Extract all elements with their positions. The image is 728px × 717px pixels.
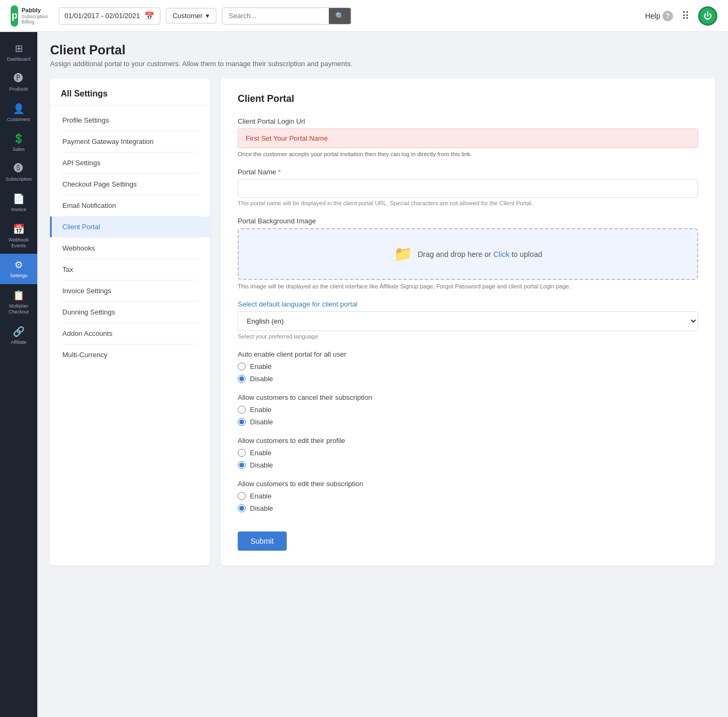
edit-subscription-group: Allow customers to edit their subscripti… (238, 480, 698, 512)
sidebar-item-sales[interactable]: 💲 Sales (0, 127, 37, 158)
help-circle-icon: ? (662, 11, 673, 21)
cancel-sub-enable-option[interactable]: Enable (238, 406, 698, 414)
nav-item-invoice-settings[interactable]: Invoice Settings (50, 280, 210, 301)
auto-disable-radio[interactable] (238, 375, 246, 383)
portal-name-hint: This portal name will be displayed in th… (238, 200, 698, 206)
grid-icon[interactable]: ⠿ (682, 10, 690, 22)
auto-enable-radio[interactable] (238, 362, 246, 370)
portal-name-label: Portal Name (238, 168, 698, 176)
nav-item-multi-currency[interactable]: Multi-Currency (50, 344, 210, 365)
customer-dropdown[interactable]: Customer ▾ (166, 8, 216, 23)
language-label: Select default language for client porta… (238, 300, 698, 308)
content-area: All Settings Profile Settings Payment Ga… (50, 78, 715, 566)
sidebar-label-sales: Sales (13, 147, 25, 152)
cancel-sub-disable-option[interactable]: Disable (238, 418, 698, 426)
sidebar-label-subscription: Subscription (5, 176, 32, 182)
power-button[interactable]: ⏻ (698, 6, 717, 26)
subscription-icon: 🅢 (14, 163, 23, 174)
submit-button[interactable]: Submit (238, 531, 287, 551)
calendar-icon: 📅 (144, 11, 155, 21)
edit-sub-enable-radio[interactable] (238, 492, 246, 500)
page-subtitle: Assign additional portal to your custome… (50, 60, 715, 68)
portal-name-input[interactable] (238, 179, 698, 198)
sidebar-label-affiliate: Affiliate (11, 340, 26, 345)
search-input[interactable] (222, 9, 329, 23)
logo-icon: p (11, 5, 18, 27)
sidebar-item-settings[interactable]: ⚙ Settings (0, 254, 37, 284)
language-group: Select default language for client porta… (238, 300, 698, 340)
auto-enable-radio-group: Enable Disable (238, 362, 698, 383)
edit-sub-disable-option[interactable]: Disable (238, 504, 698, 512)
edit-sub-enable-option[interactable]: Enable (238, 492, 698, 500)
dashboard-icon: ⊞ (15, 43, 23, 54)
sidebar-label-products: Products (9, 86, 28, 92)
all-settings-title: All Settings (50, 89, 210, 106)
cancel-sub-enable-radio[interactable] (238, 406, 246, 414)
edit-profile-label: Allow customers to edit their profile (238, 437, 698, 445)
edit-sub-enable-label: Enable (250, 492, 271, 500)
upload-click-link[interactable]: Click (493, 250, 509, 259)
cancel-subscription-group: Allow customers to cancel their subscrip… (238, 393, 698, 426)
portal-name-group: Portal Name This portal name will be dis… (238, 168, 698, 206)
sidebar-label-dashboard: Dashboard (7, 57, 30, 62)
nav-item-webhooks[interactable]: Webhooks (50, 238, 210, 259)
page-header: Client Portal Assign additional portal t… (50, 43, 715, 68)
sidebar-label-multiplan: Multiplan Checkout (3, 303, 35, 315)
edit-profile-disable-option[interactable]: Disable (238, 461, 698, 469)
right-panel: Client Portal Client Portal Login Url Fi… (221, 78, 715, 566)
login-url-label: Client Portal Login Url (238, 117, 698, 125)
search-button[interactable]: 🔍 (329, 8, 351, 24)
edit-profile-enable-label: Enable (250, 449, 271, 457)
sales-icon: 💲 (13, 133, 25, 144)
cancel-subscription-radio-group: Enable Disable (238, 406, 698, 426)
edit-profile-disable-radio[interactable] (238, 461, 246, 469)
affiliate-icon: 🔗 (13, 326, 25, 337)
nav-item-client-portal[interactable]: Client Portal (50, 216, 210, 237)
nav-item-email-notification[interactable]: Email Notification (50, 195, 210, 216)
nav-item-tax[interactable]: Tax (50, 259, 210, 280)
language-select[interactable]: English (en) French (fr) German (de) Spa… (238, 311, 698, 331)
header: p Pabbly Subscription Billing 01/01/2017… (0, 0, 728, 32)
upload-text: Drag and drop here or Click to upload (418, 250, 543, 259)
login-url-group: Client Portal Login Url First Set Your P… (238, 117, 698, 157)
nav-item-payment-gateway[interactable]: Payment Gateway Integration (50, 131, 210, 152)
customers-icon: 👤 (13, 103, 25, 115)
nav-item-addon-accounts[interactable]: Addon Accounts (50, 323, 210, 344)
upload-area[interactable]: 📁 Drag and drop here or Click to upload (238, 228, 698, 280)
portal-url-hint-text: Once the customer accepts your portal in… (238, 151, 472, 157)
main-content: Client Portal Assign additional portal t… (37, 32, 728, 717)
nav-item-dunning-settings[interactable]: Dunning Settings (50, 302, 210, 323)
auto-enable-enable-label: Enable (250, 362, 271, 370)
date-picker[interactable]: 01/01/2017 - 02/01/2021 📅 (59, 7, 160, 25)
auto-enable-disable-option[interactable]: Disable (238, 375, 698, 383)
sidebar-item-dashboard[interactable]: ⊞ Dashboard (0, 37, 37, 68)
edit-profile-enable-option[interactable]: Enable (238, 449, 698, 457)
sidebar-item-subscription[interactable]: 🅢 Subscription (0, 158, 37, 188)
help-button[interactable]: Help ? (645, 11, 673, 21)
cancel-sub-disable-radio[interactable] (238, 418, 246, 426)
nav-item-profile-settings[interactable]: Profile Settings (50, 110, 210, 131)
sidebar-label-settings: Settings (10, 273, 28, 279)
edit-profile-enable-radio[interactable] (238, 449, 246, 457)
sidebar-item-multiplan-checkout[interactable]: 📋 Multiplan Checkout (0, 284, 37, 320)
edit-subscription-label: Allow customers to edit their subscripti… (238, 480, 698, 488)
sidebar-item-customers[interactable]: 👤 Customers (0, 98, 37, 128)
portal-url-box: First Set Your Portal Name (238, 128, 698, 148)
logo: p Pabbly Subscription Billing (11, 5, 48, 27)
nav-item-checkout-page[interactable]: Checkout Page Settings (50, 174, 210, 195)
sidebar-item-products[interactable]: 🅟 Products (0, 68, 37, 98)
logo-subtitle: Subscription Billing (21, 14, 48, 25)
upload-hint: This image will be displayed as the clie… (238, 283, 698, 289)
sidebar-label-webhook-events: Webhook Events (3, 237, 35, 249)
edit-sub-disable-radio[interactable] (238, 504, 246, 512)
language-hint: Select your preferred language (238, 333, 698, 340)
edit-sub-disable-label: Disable (250, 504, 273, 512)
sidebar-item-invoice[interactable]: 📄 Invoice (0, 188, 37, 218)
invoice-icon: 📄 (13, 193, 25, 205)
auto-enable-group: Auto enable client portal for all user E… (238, 350, 698, 383)
sidebar-item-affiliate[interactable]: 🔗 Affiliate (0, 320, 37, 351)
nav-item-api-settings[interactable]: API Settings (50, 152, 210, 173)
auto-enable-enable-option[interactable]: Enable (238, 362, 698, 370)
cancel-sub-disable-label: Disable (250, 418, 273, 426)
sidebar-item-webhook-events[interactable]: 📅 Webhook Events (0, 218, 37, 254)
